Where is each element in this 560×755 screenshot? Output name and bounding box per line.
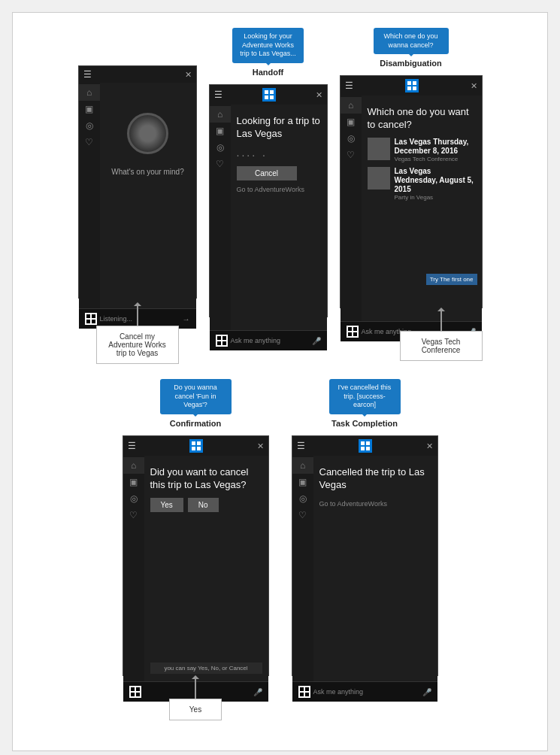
dis-main-text: Which one do you want to cancel? [368, 106, 476, 132]
go-adventureworks-link-tc[interactable]: Go to AdventureWorks [319, 500, 387, 508]
search-icon-conf[interactable]: ◎ [123, 490, 144, 507]
bubble-task-completion: I've cancelled this trip. [success-earco… [329, 379, 401, 414]
search-icon-dis[interactable]: ◎ [341, 130, 362, 147]
cancel-button-handoff[interactable]: Cancel [237, 166, 297, 180]
arrow-line-2 [440, 308, 442, 331]
camera-icon-conf[interactable]: ▣ [123, 474, 144, 490]
listening-text: What's on your mind? [106, 168, 190, 176]
win-logo-tc [359, 439, 372, 453]
titlebar-confirmation: ☰ ✕ [123, 436, 268, 456]
main-handoff: Looking for a trip to Las Vegas .... . C… [231, 105, 327, 330]
home-icon[interactable]: ⌂ [79, 84, 100, 101]
svg-rect-4 [265, 90, 268, 94]
svg-rect-17 [353, 327, 357, 331]
callout-cancel-voice: Cancel my Adventure Works trip to Vegas [96, 326, 179, 364]
disambiguation-window: ☰ ✕ ⌂ ▣ ◎ ♡ Which [340, 75, 483, 308]
trip-info-1: Las Vegas Thursday, December 8, 2016 Veg… [395, 138, 476, 162]
svg-rect-13 [413, 81, 416, 85]
svg-rect-1 [92, 314, 95, 318]
svg-rect-31 [366, 447, 370, 450]
yes-button[interactable]: Yes [150, 498, 183, 512]
camera-icon-tc[interactable]: ▣ [292, 474, 313, 490]
home-icon-tc[interactable]: ⌂ [292, 457, 313, 474]
main-listening: What's on your mind? [100, 83, 196, 308]
footer-text-listening: Listening... [100, 315, 180, 323]
svg-rect-28 [361, 441, 365, 445]
svg-rect-14 [407, 86, 411, 90]
svg-rect-27 [136, 693, 140, 696]
bookmark-icon-dis[interactable]: ♡ [341, 147, 362, 163]
search-icon-tc[interactable]: ◎ [292, 490, 313, 507]
trip-subtitle-2: Party in Vegas [395, 194, 476, 201]
start-button-tc[interactable] [298, 686, 310, 698]
trip-item-1[interactable]: Las Vegas Thursday, December 8, 2016 Veg… [368, 138, 476, 162]
close-button-tc[interactable]: ✕ [426, 441, 433, 451]
dis-content: Which one do you want to cancel? Las Veg… [368, 103, 476, 208]
start-button-listening[interactable] [85, 313, 97, 325]
tc-content: Cancelled the trip to Las Vegas Go to Ad… [319, 463, 431, 511]
trip-item-2[interactable]: Las Vegas Wednesday, August 5, 2015 Part… [368, 167, 476, 201]
bookmark-icon-conf[interactable]: ♡ [123, 507, 144, 523]
mic-icon-handoff[interactable]: 🎤 [312, 337, 321, 345]
sidebar-dis: ⌂ ▣ ◎ ♡ [341, 96, 362, 321]
hamburger-icon-tc[interactable]: ☰ [297, 441, 305, 451]
home-icon-handoff[interactable]: ⌂ [210, 106, 231, 123]
svg-rect-10 [217, 341, 221, 345]
bookmark-icon-tc[interactable]: ♡ [292, 507, 313, 523]
titlebar-tc: ☰ ✕ [292, 436, 437, 456]
try-first-button[interactable]: Try The first one [426, 274, 477, 285]
camera-icon-handoff[interactable]: ▣ [210, 123, 231, 139]
hamburger-icon-conf[interactable]: ☰ [128, 441, 136, 451]
hamburger-icon-handoff[interactable]: ☰ [214, 89, 222, 100]
handoff-content: Looking for a trip to Las Vegas .... . C… [237, 112, 321, 197]
svg-rect-11 [222, 341, 226, 345]
main-dis: Which one do you want to cancel? Las Veg… [362, 96, 482, 321]
svg-rect-24 [131, 687, 135, 691]
footer-text-tc: Ask me anything [313, 688, 419, 696]
start-button-dis[interactable] [347, 326, 359, 338]
mic-icon-tc[interactable]: 🎤 [422, 688, 431, 696]
sidebar-listening: ⌂ ▣ ◎ ♡ [79, 83, 100, 308]
home-icon-conf[interactable]: ⌂ [123, 457, 144, 474]
mic-icon-conf[interactable]: 🎤 [253, 688, 262, 696]
svg-rect-22 [192, 447, 195, 450]
sidebar-tc: ⌂ ▣ ◎ ♡ [292, 456, 313, 681]
bookmark-icon-handoff[interactable]: ♡ [210, 156, 231, 172]
search-icon[interactable]: ◎ [79, 117, 100, 134]
go-adventureworks-link[interactable]: Go to AdventureWorks [237, 186, 304, 193]
cortana-circle [127, 113, 168, 154]
close-button-listening[interactable]: ✕ [185, 70, 192, 80]
camera-icon[interactable]: ▣ [79, 101, 100, 117]
task-completion-window: ☰ ✕ ⌂ ▣ ◎ ♡ Cancel [292, 435, 438, 676]
win-logo-dis [405, 79, 419, 92]
hamburger-icon[interactable]: ☰ [83, 69, 92, 80]
trip-subtitle-1: Vegas Tech Conference [395, 156, 476, 162]
close-button-dis[interactable]: ✕ [471, 81, 477, 91]
conf-content: Did you want to cancel this trip to Las … [150, 463, 262, 520]
svg-rect-29 [366, 441, 370, 445]
trip-thumb-2 [368, 167, 390, 190]
main-conf: Did you want to cancel this trip to Las … [144, 456, 268, 681]
svg-rect-8 [217, 336, 221, 340]
start-button-handoff[interactable] [216, 335, 228, 347]
close-button-handoff[interactable]: ✕ [316, 90, 322, 100]
bookmark-icon[interactable]: ♡ [79, 134, 100, 150]
confirmation-window-wrapper: Do you wanna cancel 'Fun in Vegas'? Conf… [123, 379, 269, 720]
yes-no-buttons: Yes No [150, 498, 262, 512]
sidebar-conf: ⌂ ▣ ◎ ♡ [123, 456, 144, 681]
search-icon-handoff[interactable]: ◎ [210, 139, 231, 156]
no-button[interactable]: No [188, 498, 219, 512]
camera-icon-dis[interactable]: ▣ [341, 114, 362, 130]
close-button-conf[interactable]: ✕ [257, 441, 264, 451]
handoff-main-text: Looking for a trip to Las Vegas [237, 115, 321, 141]
start-button-conf[interactable] [129, 686, 141, 698]
svg-rect-12 [407, 81, 411, 85]
home-icon-dis[interactable]: ⌂ [341, 97, 362, 114]
win-logo-handoff [262, 88, 276, 102]
hamburger-icon-dis[interactable]: ☰ [345, 80, 353, 91]
svg-rect-5 [270, 90, 274, 94]
titlebar-handoff: ☰ ✕ [210, 85, 327, 105]
handoff-window: ☰ ✕ ⌂ ▣ ◎ ♡ Lookin [209, 84, 328, 317]
callout-vegas-tech: Vegas Tech Conference [400, 331, 483, 361]
svg-rect-30 [361, 447, 365, 450]
